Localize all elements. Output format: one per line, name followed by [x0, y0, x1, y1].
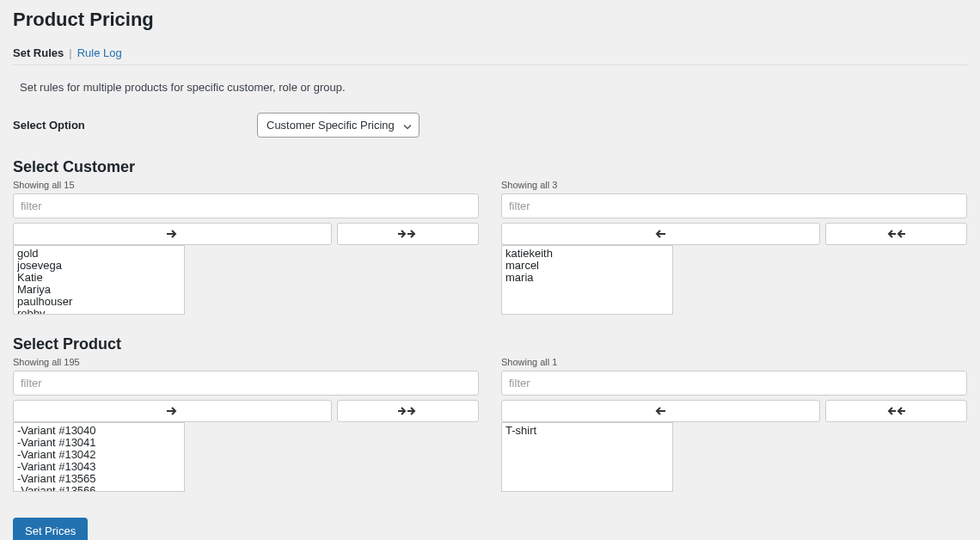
list-item[interactable]: robby — [17, 308, 181, 315]
page-description: Set rules for multiple products for spec… — [13, 81, 967, 94]
list-item[interactable]: marcel — [505, 260, 669, 272]
list-item[interactable]: -Variant #13041 — [17, 437, 181, 449]
arrow-double-right-icon — [398, 230, 417, 238]
customer-section-title: Select Customer — [13, 158, 967, 176]
customer-selected-filter[interactable] — [501, 193, 967, 218]
list-item[interactable]: -Variant #13043 — [17, 461, 181, 473]
customer-move-right-button[interactable] — [13, 223, 332, 245]
arrow-left-icon — [655, 230, 665, 238]
customer-available-list[interactable]: goldjosevegaKatieMariyapaulhouserrobby — [13, 245, 185, 315]
option-row: Select Option Customer Specific Pricing — [13, 113, 967, 138]
product-available-list[interactable]: -Variant #13040-Variant #13041-Variant #… — [13, 422, 185, 492]
arrow-left-icon — [655, 407, 665, 415]
tab-set-rules[interactable]: Set Rules — [13, 46, 64, 59]
list-item[interactable]: gold — [17, 248, 181, 260]
tab-nav: Set Rules | Rule Log — [13, 41, 967, 65]
customer-dual-list: Showing all 15 goldjosevegaKatieMariyapa… — [13, 180, 967, 315]
list-item[interactable]: Mariya — [17, 284, 181, 296]
product-available-column: Showing all 195 -Variant #13040-Variant … — [13, 357, 479, 492]
customer-move-all-left-button[interactable] — [825, 223, 967, 245]
arrow-double-right-icon — [398, 407, 417, 415]
product-selected-column: Showing all 1 T-shirt — [501, 357, 967, 492]
customer-available-count: Showing all 15 — [13, 180, 479, 190]
product-move-right-button[interactable] — [13, 400, 332, 422]
arrow-double-left-icon — [886, 407, 905, 415]
list-item[interactable]: Katie — [17, 272, 181, 284]
product-selected-filter[interactable] — [501, 371, 967, 396]
product-available-count: Showing all 195 — [13, 357, 479, 367]
list-item[interactable]: katiekeith — [505, 248, 669, 260]
customer-move-all-right-button[interactable] — [337, 223, 479, 245]
arrow-right-icon — [167, 230, 177, 238]
product-selected-count: Showing all 1 — [501, 357, 967, 367]
customer-move-left-button[interactable] — [501, 223, 820, 245]
list-item[interactable]: paulhouser — [17, 296, 181, 308]
product-dual-list: Showing all 195 -Variant #13040-Variant … — [13, 357, 967, 492]
product-move-all-right-button[interactable] — [337, 400, 479, 422]
product-selected-list[interactable]: T-shirt — [501, 422, 673, 492]
page-title: Product Pricing — [13, 9, 967, 31]
list-item[interactable]: -Variant #13042 — [17, 449, 181, 461]
list-item[interactable]: T-shirt — [505, 425, 669, 437]
list-item[interactable]: -Variant #13040 — [17, 425, 181, 437]
arrow-double-left-icon — [886, 230, 905, 238]
option-select[interactable]: Customer Specific Pricing — [257, 113, 420, 138]
tab-rule-log[interactable]: Rule Log — [77, 46, 122, 59]
list-item[interactable]: -Variant #13565 — [17, 473, 181, 485]
customer-available-column: Showing all 15 goldjosevegaKatieMariyapa… — [13, 180, 479, 315]
list-item[interactable]: josevega — [17, 260, 181, 272]
set-prices-button[interactable]: Set Prices — [13, 518, 88, 540]
arrow-right-icon — [167, 407, 177, 415]
customer-selected-list[interactable]: katiekeithmarcelmaria — [501, 245, 673, 315]
product-section-title: Select Product — [13, 335, 967, 353]
option-label: Select Option — [13, 119, 257, 132]
product-move-all-left-button[interactable] — [825, 400, 967, 422]
product-move-left-button[interactable] — [501, 400, 820, 422]
list-item[interactable]: maria — [505, 272, 669, 284]
customer-selected-count: Showing all 3 — [501, 180, 967, 190]
customer-available-filter[interactable] — [13, 193, 479, 218]
product-available-filter[interactable] — [13, 371, 479, 396]
tab-separator: | — [69, 46, 71, 59]
list-item[interactable]: -Variant #13566 — [17, 485, 181, 492]
customer-selected-column: Showing all 3 katiekeithmarcelmaria — [501, 180, 967, 315]
